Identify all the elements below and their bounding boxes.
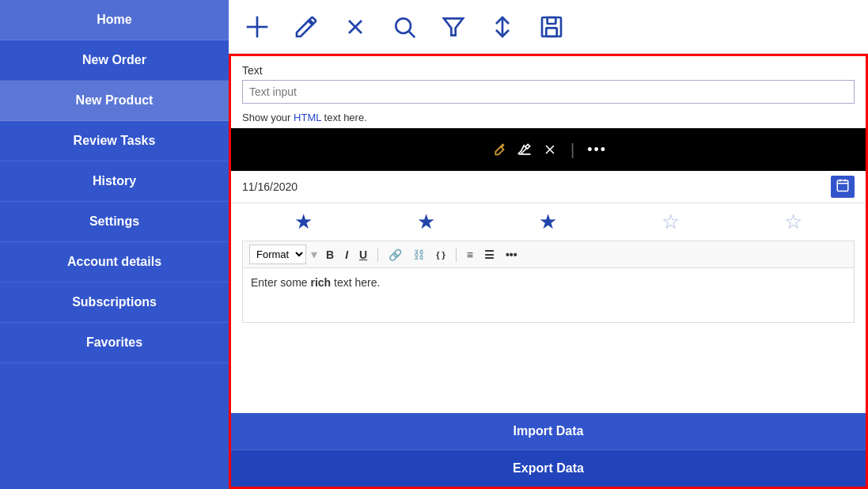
sidebar-item-home[interactable]: Home [0, 0, 229, 40]
html-preview-text: Show your [242, 112, 294, 123]
rte-content[interactable]: Enter some rich text here. [242, 267, 855, 323]
bar-divider: | [570, 141, 574, 159]
rte-underline-button[interactable]: U [355, 247, 371, 263]
svg-rect-9 [548, 17, 556, 24]
svg-rect-13 [837, 180, 848, 191]
date-input[interactable] [242, 180, 824, 193]
edit-icon[interactable] [294, 14, 319, 40]
search-icon[interactable] [392, 14, 417, 40]
sidebar-item-subscriptions[interactable]: Subscriptions [0, 282, 229, 323]
filter-icon[interactable] [441, 14, 466, 40]
toolbar [229, 0, 868, 54]
rte-unlink-button[interactable]: ⛓️ [409, 248, 429, 262]
sidebar-item-favorites[interactable]: Favorites [0, 323, 229, 363]
sidebar-item-settings[interactable]: Settings [0, 202, 229, 242]
drawing-toolbar: | ••• [231, 128, 866, 171]
export-data-button[interactable]: Export Data [231, 449, 866, 487]
star-3[interactable]: ★ [539, 210, 557, 234]
text-label: Text [242, 64, 855, 77]
save-icon[interactable] [539, 14, 564, 40]
delete-icon[interactable] [343, 14, 368, 40]
sidebar-item-new-product[interactable]: New Product [0, 81, 229, 121]
svg-rect-10 [546, 28, 556, 36]
star-1[interactable]: ★ [294, 210, 313, 234]
sidebar-item-account-details[interactable]: Account details [0, 242, 229, 282]
sidebar-item-review-tasks[interactable]: Review Tasks [0, 121, 229, 161]
eraser-icon[interactable] [517, 142, 533, 157]
sort-icon[interactable] [490, 14, 515, 40]
close-icon[interactable] [542, 142, 558, 157]
form-area: Text Show your HTML text here. [229, 54, 868, 489]
html-preview: Show your HTML text here. [231, 108, 866, 128]
rte-ul-button[interactable]: ≡ [463, 247, 477, 263]
sidebar-item-new-order[interactable]: New Order [0, 40, 229, 81]
rte-ol-button[interactable]: ☰ [480, 247, 498, 263]
rte-divider-1 [377, 248, 378, 262]
svg-line-5 [409, 32, 415, 37]
star-4[interactable]: ☆ [661, 210, 680, 234]
html-preview-link[interactable]: HTML [294, 112, 321, 123]
rte-bold-button[interactable]: B [322, 247, 338, 263]
import-data-button[interactable]: Import Data [231, 413, 866, 449]
html-preview-suffix: text here. [321, 112, 367, 123]
rte-divider-2 [456, 248, 457, 262]
rte-toolbar: Format ▾ B I U 🔗 ⛓️ { } ≡ ☰ ••• [242, 241, 855, 267]
text-input[interactable] [242, 80, 855, 104]
svg-point-4 [396, 18, 411, 33]
calendar-icon[interactable] [831, 176, 855, 198]
sidebar: Home New Order New Product Review Tasks … [0, 0, 229, 489]
sidebar-item-history[interactable]: History [0, 161, 229, 202]
star-5[interactable]: ☆ [784, 210, 802, 234]
date-row [231, 171, 866, 203]
stars-row: ★ ★ ★ ☆ ☆ [231, 203, 866, 241]
rte-more-button[interactable]: ••• [502, 247, 521, 263]
rte-source-button[interactable]: { } [432, 248, 449, 261]
svg-marker-6 [444, 18, 463, 35]
pen-icon[interactable] [490, 141, 507, 158]
rte-italic-button[interactable]: I [341, 247, 352, 263]
rte-format-select[interactable]: Format [249, 244, 306, 264]
more-options[interactable]: ••• [587, 142, 607, 158]
text-field-section: Text [231, 56, 866, 108]
rte-link-button[interactable]: 🔗 [385, 247, 406, 263]
star-2[interactable]: ★ [417, 210, 435, 234]
main-content: Text Show your HTML text here. [229, 0, 868, 489]
bottom-buttons: Import Data Export Data [231, 413, 866, 487]
add-icon[interactable] [244, 14, 270, 40]
